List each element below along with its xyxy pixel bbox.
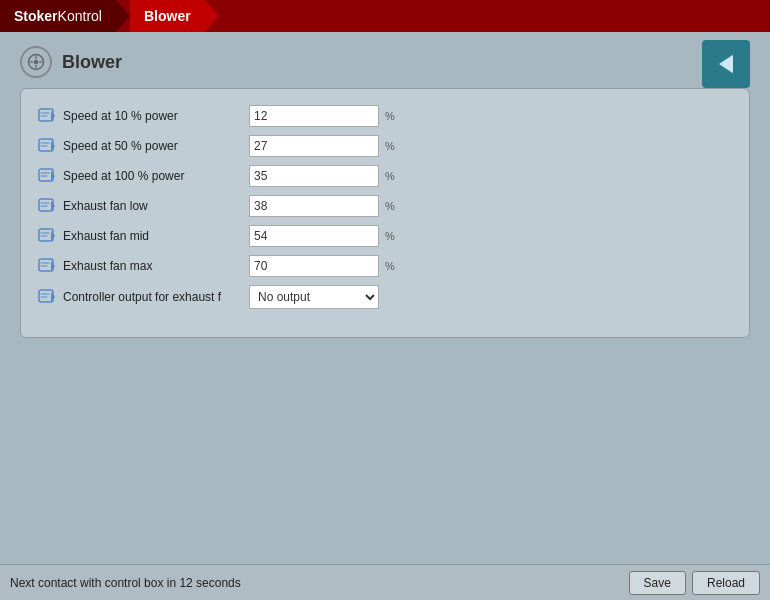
status-bar: Next contact with control box in 12 seco… <box>0 564 770 600</box>
header-brand: StokerKontrol <box>0 0 116 32</box>
form-row: Exhaust fan mid% <box>37 225 733 247</box>
row-label: Exhaust fan mid <box>63 229 243 243</box>
row-icon <box>37 136 57 156</box>
row-unit: % <box>385 140 397 152</box>
status-text: Next contact with control box in 12 seco… <box>10 576 241 590</box>
header: StokerKontrol Blower <box>0 0 770 32</box>
row-unit: % <box>385 170 397 182</box>
row-input[interactable] <box>249 225 379 247</box>
svg-rect-5 <box>39 139 53 151</box>
svg-rect-13 <box>39 259 53 271</box>
page-title-area: Blower <box>0 32 770 88</box>
header-page: Blower <box>130 0 205 32</box>
row-select[interactable]: No outputOutput 1Output 2Output 3 <box>249 285 379 309</box>
row-label: Speed at 10 % power <box>63 109 243 123</box>
row-unit: % <box>385 200 397 212</box>
field-icon <box>38 257 56 275</box>
form-panel: Speed at 10 % power% Speed at 50 % power… <box>20 88 750 338</box>
row-icon <box>37 106 57 126</box>
field-icon <box>38 227 56 245</box>
header-arrow-sep2 <box>205 0 219 32</box>
svg-rect-3 <box>39 109 53 121</box>
row-label: Controller output for exhaust f <box>63 290 243 304</box>
field-icon <box>38 107 56 125</box>
field-icon <box>38 288 56 306</box>
row-icon <box>37 256 57 276</box>
row-input[interactable] <box>249 105 379 127</box>
row-label: Exhaust fan max <box>63 259 243 273</box>
page-title: Blower <box>62 52 122 73</box>
form-row: Speed at 10 % power% <box>37 105 733 127</box>
form-row: Speed at 50 % power% <box>37 135 733 157</box>
svg-point-2 <box>34 60 39 65</box>
svg-marker-0 <box>719 55 733 74</box>
row-icon <box>37 226 57 246</box>
form-row: Speed at 100 % power% <box>37 165 733 187</box>
row-label: Exhaust fan low <box>63 199 243 213</box>
header-page-label: Blower <box>144 8 191 24</box>
row-unit: % <box>385 230 397 242</box>
row-input[interactable] <box>249 195 379 217</box>
fan-icon <box>27 53 45 71</box>
row-label: Speed at 100 % power <box>63 169 243 183</box>
row-unit: % <box>385 260 397 272</box>
form-row: Exhaust fan low% <box>37 195 733 217</box>
svg-rect-15 <box>39 290 53 302</box>
field-icon <box>38 197 56 215</box>
save-button[interactable]: Save <box>629 571 686 595</box>
status-buttons: Save Reload <box>629 571 760 595</box>
svg-rect-9 <box>39 199 53 211</box>
blower-icon <box>20 46 52 78</box>
field-icon <box>38 167 56 185</box>
brand-stoker: StokerKontrol <box>14 8 102 24</box>
brand-kontrol: Kontrol <box>58 8 102 24</box>
row-icon <box>37 196 57 216</box>
form-row: Exhaust fan max% <box>37 255 733 277</box>
header-arrow-sep <box>116 0 130 32</box>
row-unit: % <box>385 110 397 122</box>
back-button[interactable] <box>702 40 750 88</box>
svg-rect-7 <box>39 169 53 181</box>
svg-rect-11 <box>39 229 53 241</box>
reload-button[interactable]: Reload <box>692 571 760 595</box>
row-label: Speed at 50 % power <box>63 139 243 153</box>
row-input[interactable] <box>249 165 379 187</box>
form-row: Controller output for exhaust fNo output… <box>37 285 733 309</box>
row-input[interactable] <box>249 255 379 277</box>
row-input[interactable] <box>249 135 379 157</box>
field-icon <box>38 137 56 155</box>
row-icon <box>37 166 57 186</box>
row-icon <box>37 287 57 307</box>
back-icon <box>712 50 740 78</box>
